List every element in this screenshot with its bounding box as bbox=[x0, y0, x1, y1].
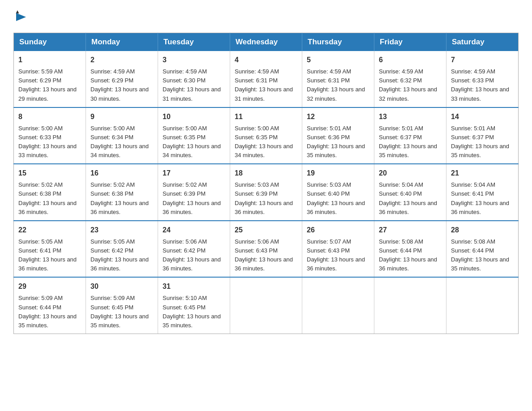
day-number: 17 bbox=[163, 168, 225, 179]
day-info: Sunrise: 4:59 AMSunset: 6:30 PMDaylight:… bbox=[163, 67, 225, 103]
day-number: 2 bbox=[90, 55, 153, 65]
day-number: 22 bbox=[18, 225, 81, 235]
day-number: 8 bbox=[18, 111, 81, 122]
day-cell: 11Sunrise: 5:00 AMSunset: 6:35 PMDayligh… bbox=[230, 107, 302, 164]
day-info: Sunrise: 4:59 AMSunset: 6:31 PMDaylight:… bbox=[235, 67, 297, 103]
col-monday: Monday bbox=[86, 33, 158, 51]
col-sunday: Sunday bbox=[14, 33, 86, 51]
day-number: 16 bbox=[90, 168, 153, 179]
day-cell: 21Sunrise: 5:04 AMSunset: 6:41 PMDayligh… bbox=[446, 164, 519, 221]
day-number: 29 bbox=[18, 281, 81, 292]
logo-arrow-icon bbox=[16, 13, 26, 21]
day-info: Sunrise: 5:03 AMSunset: 6:39 PMDaylight:… bbox=[235, 180, 297, 217]
day-info: Sunrise: 5:01 AMSunset: 6:37 PMDaylight:… bbox=[451, 124, 514, 160]
day-cell: 20Sunrise: 5:04 AMSunset: 6:40 PMDayligh… bbox=[374, 164, 446, 221]
day-cell: 7Sunrise: 4:59 AMSunset: 6:33 PMDaylight… bbox=[446, 51, 519, 107]
day-cell: 23Sunrise: 5:05 AMSunset: 6:42 PMDayligh… bbox=[86, 221, 158, 278]
day-number: 5 bbox=[307, 55, 369, 65]
day-info: Sunrise: 4:59 AMSunset: 6:31 PMDaylight:… bbox=[307, 67, 369, 103]
day-info: Sunrise: 5:10 AMSunset: 6:45 PMDaylight:… bbox=[163, 294, 225, 330]
day-cell: 8Sunrise: 5:00 AMSunset: 6:33 PMDaylight… bbox=[14, 107, 86, 164]
day-number: 24 bbox=[163, 225, 225, 235]
day-cell: 26Sunrise: 5:07 AMSunset: 6:43 PMDayligh… bbox=[302, 221, 374, 278]
day-info: Sunrise: 5:01 AMSunset: 6:36 PMDaylight:… bbox=[307, 124, 369, 160]
day-cell bbox=[374, 277, 446, 334]
day-cell: 31Sunrise: 5:10 AMSunset: 6:45 PMDayligh… bbox=[158, 277, 230, 334]
day-info: Sunrise: 5:01 AMSunset: 6:37 PMDaylight:… bbox=[379, 124, 442, 160]
week-row-2: 8Sunrise: 5:00 AMSunset: 6:33 PMDaylight… bbox=[14, 107, 519, 164]
day-number: 30 bbox=[90, 281, 153, 292]
day-info: Sunrise: 5:06 AMSunset: 6:43 PMDaylight:… bbox=[235, 237, 297, 274]
day-info: Sunrise: 4:59 AMSunset: 6:32 PMDaylight:… bbox=[379, 67, 442, 103]
day-info: Sunrise: 5:02 AMSunset: 6:38 PMDaylight:… bbox=[18, 180, 81, 217]
svg-marker-0 bbox=[16, 13, 26, 21]
day-info: Sunrise: 5:04 AMSunset: 6:40 PMDaylight:… bbox=[379, 180, 442, 217]
day-number: 28 bbox=[451, 225, 514, 235]
day-cell: 15Sunrise: 5:02 AMSunset: 6:38 PMDayligh… bbox=[14, 164, 86, 221]
col-thursday: Thursday bbox=[302, 33, 374, 51]
col-tuesday: Tuesday bbox=[158, 33, 230, 51]
day-number: 7 bbox=[451, 55, 514, 65]
day-cell: 2Sunrise: 4:59 AMSunset: 6:29 PMDaylight… bbox=[86, 51, 158, 107]
day-number: 19 bbox=[307, 168, 369, 179]
day-cell: 16Sunrise: 5:02 AMSunset: 6:38 PMDayligh… bbox=[86, 164, 158, 221]
day-cell: 1Sunrise: 5:59 AMSunset: 6:29 PMDaylight… bbox=[14, 51, 86, 107]
day-info: Sunrise: 5:07 AMSunset: 6:43 PMDaylight:… bbox=[307, 237, 369, 274]
week-row-3: 15Sunrise: 5:02 AMSunset: 6:38 PMDayligh… bbox=[14, 164, 519, 221]
day-number: 31 bbox=[163, 281, 225, 292]
day-number: 14 bbox=[451, 111, 514, 122]
day-info: Sunrise: 5:00 AMSunset: 6:35 PMDaylight:… bbox=[163, 124, 225, 160]
col-wednesday: Wednesday bbox=[230, 33, 302, 51]
week-row-1: 1Sunrise: 5:59 AMSunset: 6:29 PMDaylight… bbox=[14, 51, 519, 107]
day-cell: 13Sunrise: 5:01 AMSunset: 6:37 PMDayligh… bbox=[374, 107, 446, 164]
day-info: Sunrise: 5:09 AMSunset: 6:44 PMDaylight:… bbox=[18, 294, 81, 330]
day-info: Sunrise: 5:02 AMSunset: 6:38 PMDaylight:… bbox=[90, 180, 153, 217]
day-number: 26 bbox=[307, 225, 369, 235]
day-number: 15 bbox=[18, 168, 81, 179]
day-info: Sunrise: 5:03 AMSunset: 6:40 PMDaylight:… bbox=[307, 180, 369, 217]
day-cell: 9Sunrise: 5:00 AMSunset: 6:34 PMDaylight… bbox=[86, 107, 158, 164]
header: ▲ bbox=[13, 9, 519, 24]
day-number: 9 bbox=[90, 111, 153, 122]
day-cell: 30Sunrise: 5:09 AMSunset: 6:45 PMDayligh… bbox=[86, 277, 158, 334]
day-number: 4 bbox=[235, 55, 297, 65]
day-cell: 27Sunrise: 5:08 AMSunset: 6:44 PMDayligh… bbox=[374, 221, 446, 278]
header-row: Sunday Monday Tuesday Wednesday Thursday… bbox=[14, 33, 519, 51]
day-info: Sunrise: 5:00 AMSunset: 6:34 PMDaylight:… bbox=[90, 124, 153, 160]
day-info: Sunrise: 4:59 AMSunset: 6:33 PMDaylight:… bbox=[451, 67, 514, 103]
day-info: Sunrise: 5:00 AMSunset: 6:33 PMDaylight:… bbox=[18, 124, 81, 160]
day-number: 23 bbox=[90, 225, 153, 235]
day-info: Sunrise: 5:04 AMSunset: 6:41 PMDaylight:… bbox=[451, 180, 514, 217]
day-number: 1 bbox=[18, 55, 81, 65]
day-cell: 6Sunrise: 4:59 AMSunset: 6:32 PMDaylight… bbox=[374, 51, 446, 107]
day-cell: 22Sunrise: 5:05 AMSunset: 6:41 PMDayligh… bbox=[14, 221, 86, 278]
day-number: 27 bbox=[379, 225, 442, 235]
day-cell: 25Sunrise: 5:06 AMSunset: 6:43 PMDayligh… bbox=[230, 221, 302, 278]
day-cell: 19Sunrise: 5:03 AMSunset: 6:40 PMDayligh… bbox=[302, 164, 374, 221]
day-cell: 4Sunrise: 4:59 AMSunset: 6:31 PMDaylight… bbox=[230, 51, 302, 107]
day-number: 18 bbox=[235, 168, 297, 179]
col-friday: Friday bbox=[374, 33, 446, 51]
day-cell bbox=[302, 277, 374, 334]
day-info: Sunrise: 5:05 AMSunset: 6:42 PMDaylight:… bbox=[90, 237, 153, 274]
day-cell: 14Sunrise: 5:01 AMSunset: 6:37 PMDayligh… bbox=[446, 107, 519, 164]
day-cell: 17Sunrise: 5:02 AMSunset: 6:39 PMDayligh… bbox=[158, 164, 230, 221]
day-number: 25 bbox=[235, 225, 297, 235]
day-number: 21 bbox=[451, 168, 514, 179]
day-info: Sunrise: 5:08 AMSunset: 6:44 PMDaylight:… bbox=[451, 237, 514, 274]
day-cell: 12Sunrise: 5:01 AMSunset: 6:36 PMDayligh… bbox=[302, 107, 374, 164]
day-number: 13 bbox=[379, 111, 442, 122]
day-cell: 18Sunrise: 5:03 AMSunset: 6:39 PMDayligh… bbox=[230, 164, 302, 221]
day-info: Sunrise: 5:02 AMSunset: 6:39 PMDaylight:… bbox=[163, 180, 225, 217]
week-row-5: 29Sunrise: 5:09 AMSunset: 6:44 PMDayligh… bbox=[14, 277, 519, 334]
day-cell bbox=[230, 277, 302, 334]
day-info: Sunrise: 5:09 AMSunset: 6:45 PMDaylight:… bbox=[90, 294, 153, 330]
day-info: Sunrise: 5:59 AMSunset: 6:29 PMDaylight:… bbox=[18, 67, 81, 103]
day-cell: 3Sunrise: 4:59 AMSunset: 6:30 PMDaylight… bbox=[158, 51, 230, 107]
day-info: Sunrise: 4:59 AMSunset: 6:29 PMDaylight:… bbox=[90, 67, 153, 103]
day-number: 20 bbox=[379, 168, 442, 179]
calendar-table: Sunday Monday Tuesday Wednesday Thursday… bbox=[13, 33, 519, 334]
day-cell bbox=[446, 277, 519, 334]
day-number: 3 bbox=[163, 55, 225, 65]
day-number: 10 bbox=[163, 111, 225, 122]
